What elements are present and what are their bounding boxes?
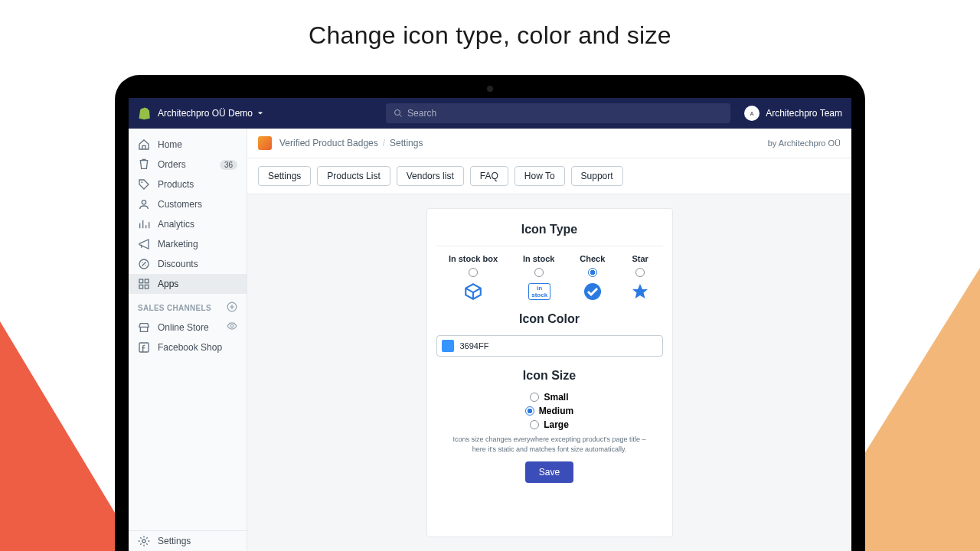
customers-icon [138, 198, 150, 210]
breadcrumb-page: Settings [390, 138, 423, 148]
sidebar-item-products[interactable]: Products [129, 174, 247, 194]
search-placeholder: Search [407, 108, 436, 119]
icon-color-input[interactable]: 3694FF [436, 335, 663, 357]
tab-vendors-list[interactable]: Vendors list [397, 166, 464, 186]
sidebar-label: Online Store [158, 322, 209, 333]
save-button[interactable]: Save [525, 461, 573, 483]
sidebar: Home Orders36 Products Customers Analyti… [129, 129, 247, 551]
orders-icon [138, 158, 150, 171]
chevron-down-icon [257, 110, 263, 116]
svg-line-1 [400, 115, 402, 117]
sidebar-item-facebook-shop[interactable]: Facebook Shop [129, 337, 247, 357]
sidebar-label: Customers [158, 199, 202, 210]
svg-point-3 [142, 201, 145, 204]
icon-type-option-check[interactable]: Check [580, 254, 605, 302]
breadcrumb-separator: / [383, 138, 385, 148]
svg-rect-8 [145, 279, 149, 283]
sidebar-label: Settings [158, 536, 191, 546]
sidebar-item-online-store[interactable]: Online Store [129, 317, 247, 337]
app-screen: Architechpro OÜ Demo Search A Architechp… [129, 98, 851, 551]
tab-how-to[interactable]: How To [514, 166, 565, 186]
size-option-medium[interactable]: Medium [525, 406, 573, 416]
top-bar: Architechpro OÜ Demo Search A Architechp… [129, 98, 851, 129]
byline: by Architechpro OÜ [768, 139, 841, 148]
search-input[interactable]: Search [386, 103, 730, 123]
account-menu[interactable]: A Architechpro Team [744, 106, 842, 121]
radio-icon [469, 268, 478, 277]
icon-size-title: Icon Size [427, 366, 672, 392]
sidebar-item-settings[interactable]: Settings [129, 531, 247, 551]
sidebar-item-orders[interactable]: Orders36 [129, 155, 247, 174]
sidebar-item-discounts[interactable]: Discounts [129, 254, 247, 274]
sidebar-label: Facebook Shop [158, 342, 222, 353]
store-switcher[interactable]: Architechpro OÜ Demo [158, 108, 263, 119]
sidebar-label: Home [158, 139, 182, 150]
apps-icon [138, 278, 150, 290]
sidebar-item-customers[interactable]: Customers [129, 194, 247, 214]
svg-rect-9 [139, 285, 143, 289]
radio-icon [530, 393, 539, 402]
box-icon [463, 282, 483, 302]
team-name-label: Architechpro Team [766, 108, 842, 119]
add-channel-button[interactable] [227, 302, 237, 314]
shopify-logo-icon [138, 106, 152, 121]
discounts-icon [138, 258, 150, 270]
sidebar-item-apps[interactable]: Apps [129, 274, 247, 294]
tab-products-list[interactable]: Products List [317, 166, 390, 186]
color-swatch [442, 340, 454, 352]
tab-bar: Settings Products List Vendors list FAQ … [247, 158, 851, 194]
type-label: Check [580, 254, 605, 263]
sidebar-label: Orders [158, 159, 186, 170]
color-hex-value: 3694FF [460, 341, 489, 350]
tab-faq[interactable]: FAQ [470, 166, 508, 186]
laptop-frame: Architechpro OÜ Demo Search A Architechp… [115, 75, 865, 551]
analytics-icon [138, 218, 150, 230]
icon-type-option-instock[interactable]: In stock in stock [523, 254, 555, 302]
sidebar-label: Analytics [158, 219, 194, 230]
svg-point-2 [141, 181, 142, 183]
radio-icon [534, 268, 544, 277]
svg-point-0 [395, 110, 400, 116]
avatar-icon: A [744, 106, 760, 121]
search-icon [394, 109, 403, 118]
svg-point-6 [145, 265, 145, 266]
store-name-label: Architechpro OÜ Demo [158, 108, 253, 119]
instock-badge-icon: in stock [529, 282, 549, 302]
sidebar-label: Marketing [158, 239, 198, 249]
sales-channels-header: SALES CHANNELS [129, 294, 247, 317]
icon-type-title: Icon Type [427, 220, 672, 246]
breadcrumb-app[interactable]: Verified Product Badges [279, 138, 378, 148]
view-store-icon[interactable] [227, 321, 237, 334]
laptop-camera-icon [487, 86, 493, 92]
radio-icon [530, 420, 539, 429]
icon-type-option-box[interactable]: In stock box [449, 254, 498, 302]
radio-icon [588, 268, 597, 277]
sidebar-item-analytics[interactable]: Analytics [129, 214, 247, 234]
app-logo-icon [258, 136, 272, 150]
star-icon [630, 282, 650, 302]
icon-size-options: Small Medium Large [427, 392, 672, 430]
tab-support[interactable]: Support [571, 166, 623, 186]
tab-settings[interactable]: Settings [258, 166, 311, 186]
facebook-icon [138, 341, 150, 354]
type-label: In stock [523, 254, 555, 263]
check-circle-icon [583, 282, 603, 302]
svg-point-12 [230, 324, 234, 328]
size-option-large[interactable]: Large [530, 419, 569, 430]
size-option-small[interactable]: Small [530, 392, 568, 403]
svg-rect-10 [145, 285, 149, 289]
products-icon [138, 178, 150, 191]
sidebar-label: Products [158, 179, 194, 190]
size-hint: Icons size changes everywhere excepting … [427, 435, 672, 461]
settings-panel: Icon Type In stock box In stock [426, 208, 673, 537]
sidebar-item-marketing[interactable]: Marketing [129, 234, 247, 254]
orders-badge: 36 [220, 160, 237, 170]
gear-icon [138, 535, 150, 547]
sidebar-label: Discounts [158, 259, 198, 269]
icon-type-option-star[interactable]: Star [630, 254, 650, 302]
main-content: Verified Product Badges / Settings by Ar… [247, 129, 851, 551]
icon-type-options: In stock box In stock in stock [427, 254, 672, 309]
type-label: In stock box [449, 254, 498, 263]
sidebar-item-home[interactable]: Home [129, 135, 247, 155]
radio-icon [525, 406, 534, 416]
